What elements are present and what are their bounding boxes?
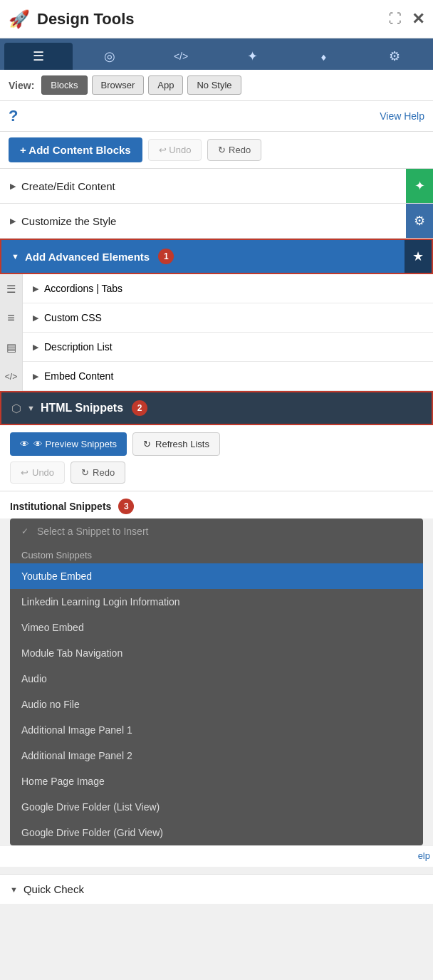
snippets-arrow: ▼ <box>27 404 35 412</box>
accordions-toggle[interactable]: ▶ Accordions | Tabs <box>23 274 433 303</box>
tab-code[interactable]: </> <box>147 43 215 70</box>
snippet-module-tab[interactable]: Module Tab Navigation <box>10 640 423 666</box>
image-panel-2-label: Additional Image Panel 2 <box>21 750 132 761</box>
snippet-gdrive-grid[interactable]: Google Drive Folder (Grid View) <box>10 820 423 845</box>
create-edit-arrow: ▶ <box>10 182 16 191</box>
gear-icon: ⚙ <box>389 48 400 64</box>
snippets-redo-button[interactable]: ↻ Redo <box>71 462 125 484</box>
advanced-elements-side-button[interactable]: ★ <box>405 240 432 273</box>
code-icon: </> <box>174 51 188 62</box>
home-page-image-label: Home Page Image <box>21 776 105 787</box>
description-list-side-icon: ▤ <box>0 333 23 362</box>
snippets-undo-button[interactable]: ↩ Undo <box>10 462 65 484</box>
action-bar: + Add Content Blocks ↩ Undo ↻ Redo <box>0 132 433 169</box>
accordions-side-icon: ☰ <box>0 274 23 303</box>
view-nostyle-button[interactable]: No Style <box>187 75 241 95</box>
tab-target[interactable]: ◎ <box>75 43 144 70</box>
preview-snippets-button[interactable]: 👁 👁 Preview Snippets <box>10 432 127 456</box>
title-bar-right: ⛶ ✕ <box>389 10 424 28</box>
html-snippets-badge: 2 <box>132 400 147 416</box>
view-bar: View: Blocks Browser App No Style <box>0 70 433 101</box>
image-panel-1-label: Additional Image Panel 1 <box>21 724 132 736</box>
embed-content-section: </> ▶ Embed Content <box>0 362 433 391</box>
custom-css-label: Custom CSS <box>44 312 102 323</box>
close-button[interactable]: ✕ <box>412 10 424 28</box>
description-list-toggle[interactable]: ▶ Description List <box>23 333 433 362</box>
snippet-placeholder[interactable]: ✓ Select a Snippet to Insert <box>10 518 423 544</box>
refresh-lists-button[interactable]: ↻ Refresh Lists <box>132 432 220 456</box>
snippets-undo-row: ↩ Undo ↻ Redo <box>10 462 423 484</box>
customize-style-side-button[interactable]: ⚙ <box>406 204 433 238</box>
advanced-elements-toggle[interactable]: ▼ Add Advanced Elements 1 <box>1 240 405 273</box>
add-content-blocks-button[interactable]: + Add Content Blocks <box>9 137 142 162</box>
view-blocks-button[interactable]: Blocks <box>41 75 87 95</box>
tab-settings[interactable]: ⚙ <box>360 43 429 70</box>
snippet-image-panel-1[interactable]: Additional Image Panel 1 <box>10 717 423 743</box>
refresh-icon: ↻ <box>143 439 151 449</box>
accordions-section: ☰ ▶ Accordions | Tabs <box>0 274 433 303</box>
html-snippets-section[interactable]: ⬡ ▼ HTML Snippets 2 <box>0 391 433 425</box>
tag-icon: ⬧ <box>320 49 328 64</box>
nav-tabs: ☰ ◎ </> ✦ ⬧ ⚙ <box>0 38 433 70</box>
title-bar: 🚀 Design Tools ⛶ ✕ <box>0 0 433 38</box>
snippets-undo-label: Undo <box>32 467 54 478</box>
snippet-youtube-embed[interactable]: Youtube Embed <box>10 563 423 589</box>
puzzle-icon: ✦ <box>247 48 258 64</box>
tab-tag[interactable]: ⬧ <box>289 43 358 70</box>
snippet-gdrive-list[interactable]: Google Drive Folder (List View) <box>10 794 423 820</box>
create-edit-toggle[interactable]: ▶ Create/Edit Content <box>0 169 406 203</box>
quick-check-arrow: ▼ <box>10 885 18 894</box>
list-icon: ☰ <box>33 48 44 64</box>
customize-style-toggle[interactable]: ▶ Customize the Style <box>0 204 406 238</box>
view-help-link[interactable]: View Help <box>380 110 424 122</box>
institutional-snippets-header: Institutional Snippets 3 <box>0 491 433 518</box>
embed-content-side-icon: </> <box>0 362 23 391</box>
institutional-snippets-label: Institutional Snippets <box>10 501 111 512</box>
advanced-elements-section: ▼ Add Advanced Elements 1 ★ <box>0 239 433 274</box>
snippets-dropdown[interactable]: ✓ Select a Snippet to Insert Custom Snip… <box>10 518 423 845</box>
gdrive-list-label: Google Drive Folder (List View) <box>21 801 160 813</box>
view-browser-button[interactable]: Browser <box>92 75 145 95</box>
title-bar-left: 🚀 Design Tools <box>9 9 135 29</box>
custom-css-arrow: ▶ <box>33 313 38 323</box>
expand-button[interactable]: ⛶ <box>389 11 402 26</box>
custom-snippets-group-label: Custom Snippets <box>21 550 92 561</box>
undo-button[interactable]: ↩ Undo <box>148 139 202 161</box>
custom-css-section: ≡ ▶ Custom CSS <box>0 303 433 333</box>
quick-check-section[interactable]: ▼ Quick Check <box>0 874 433 904</box>
snippet-image-panel-2[interactable]: Additional Image Panel 2 <box>10 743 423 768</box>
customize-style-section: ▶ Customize the Style ⚙ <box>0 204 433 239</box>
help-partial-link[interactable]: elp <box>418 850 430 861</box>
advanced-elements-arrow: ▼ <box>11 252 19 261</box>
snippet-audio-no-file[interactable]: Audio no File <box>10 692 423 717</box>
snippet-vimeo[interactable]: Vimeo Embed <box>10 615 423 640</box>
create-edit-section: ▶ Create/Edit Content ✦ <box>0 169 433 204</box>
wand-icon: ✦ <box>414 178 425 194</box>
custom-css-toggle[interactable]: ▶ Custom CSS <box>23 303 433 333</box>
snippets-icon: ⬡ <box>11 402 21 415</box>
embed-content-toggle[interactable]: ▶ Embed Content <box>23 362 433 391</box>
linkedin-label: Linkedin Learning Login Information <box>21 596 180 608</box>
audio-label: Audio <box>21 673 47 684</box>
eye-icon: 👁 <box>20 439 29 449</box>
help-question-mark[interactable]: ? <box>9 107 18 125</box>
vimeo-label: Vimeo Embed <box>21 622 84 633</box>
snippet-audio[interactable]: Audio <box>10 666 423 692</box>
snippet-home-page-image[interactable]: Home Page Image <box>10 768 423 794</box>
preview-snippets-label: 👁 Preview Snippets <box>33 439 117 449</box>
view-label: View: <box>9 80 34 91</box>
tab-puzzle[interactable]: ✦ <box>218 43 286 70</box>
snippets-redo-label: Redo <box>93 467 115 478</box>
snippets-redo-icon: ↻ <box>81 467 89 478</box>
accordions-label: Accordions | Tabs <box>44 283 122 294</box>
customize-style-arrow: ▶ <box>10 217 16 226</box>
create-edit-side-button[interactable]: ✦ <box>406 169 433 203</box>
snippets-button-row: 👁 👁 Preview Snippets ↻ Refresh Lists <box>10 432 423 456</box>
snippet-linkedin[interactable]: Linkedin Learning Login Information <box>10 589 423 615</box>
redo-button[interactable]: ↻ Redo <box>207 139 261 161</box>
snippets-undo-icon: ↩ <box>21 467 28 478</box>
description-list-arrow: ▶ <box>33 343 38 352</box>
view-app-button[interactable]: App <box>148 75 183 95</box>
rocket-icon: 🚀 <box>9 9 30 29</box>
tab-list[interactable]: ☰ <box>4 43 73 70</box>
